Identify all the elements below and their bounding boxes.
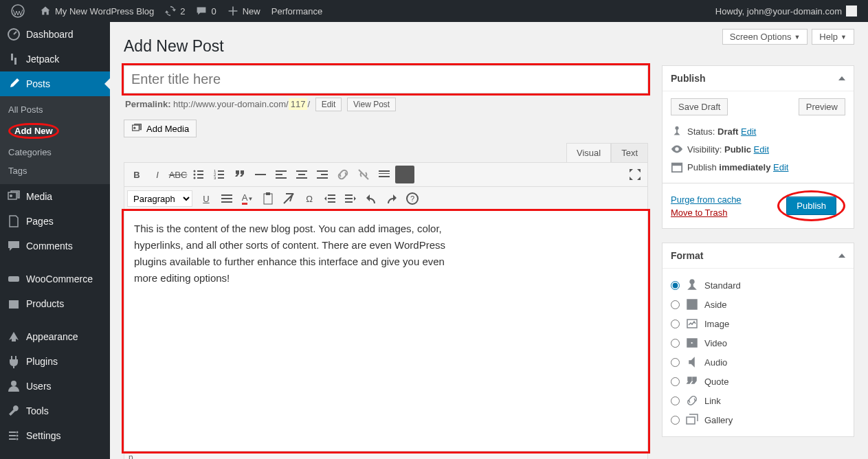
unlink-icon[interactable] [354,166,373,183]
format-option-video[interactable]: Video [671,333,845,352]
format-option-standard[interactable]: Standard [671,276,845,295]
fullscreen-icon[interactable] [625,166,645,183]
publish-button[interactable]: Publish [786,197,836,215]
align-center-icon[interactable] [292,166,311,183]
content-editor[interactable]: This is the content of the new blog post… [124,211,648,451]
menu-posts[interactable]: Posts [0,71,110,96]
justify-icon[interactable] [217,190,236,208]
menu-tools[interactable]: Tools [0,399,110,423]
menu-plugins[interactable]: Plugins [0,349,110,374]
svg-rect-29 [298,174,305,175]
tab-text[interactable]: Text [611,143,648,162]
format-radio[interactable] [671,339,680,348]
help-button[interactable]: Help ▼ [812,29,854,45]
bullet-list-icon[interactable] [189,166,208,183]
blockquote-icon[interactable] [230,166,249,183]
menu-products[interactable]: Products [0,291,110,316]
underline-icon[interactable]: U [197,190,216,208]
publish-metabox: Publish Save Draft Preview Status: Draft… [662,65,854,229]
add-media-button[interactable]: Add Media [124,120,197,137]
format-radio[interactable] [671,416,680,425]
indent-icon[interactable] [341,190,360,208]
bold-icon[interactable]: B [127,166,146,183]
user-greeting[interactable]: Howdy, john@your-domain.com [710,0,863,22]
svg-point-16 [194,177,196,179]
link-icon[interactable] [333,166,353,183]
align-right-icon[interactable] [313,166,332,183]
avatar [846,5,857,16]
menu-settings[interactable]: Settings [0,423,110,448]
calendar-icon [671,161,683,173]
undo-icon[interactable] [361,190,381,208]
keyboard-help-icon[interactable]: ? [403,190,422,208]
edit-status-link[interactable]: Edit [741,126,756,137]
clear-formatting-icon[interactable] [279,190,298,208]
updates-link[interactable]: 2 [159,0,190,22]
tab-visual[interactable]: Visual [566,143,611,162]
hr-icon[interactable] [251,166,270,183]
move-to-trash-link[interactable]: Move to Trash [671,208,727,218]
view-post-button[interactable]: View Post [347,98,396,111]
strike-icon[interactable]: ABC [168,166,188,183]
post-title-input[interactable] [124,65,648,93]
format-option-quote[interactable]: Quote [671,372,845,391]
format-option-link[interactable]: Link [671,391,845,410]
toolbar-toggle-icon[interactable] [395,166,414,183]
menu-pages[interactable]: Pages [0,209,110,234]
outdent-icon[interactable] [320,190,340,208]
save-draft-button[interactable]: Save Draft [671,98,728,115]
svg-rect-5 [8,276,19,282]
menu-media[interactable]: Media [0,184,110,209]
svg-point-14 [194,174,196,176]
align-left-icon[interactable] [271,166,291,183]
paragraph-select[interactable]: Paragraph [127,190,192,207]
svg-rect-17 [197,177,203,179]
submenu-all-posts[interactable]: All Posts [0,100,110,119]
svg-rect-53 [345,201,353,203]
site-name[interactable]: My New WordPress Blog [34,0,159,22]
menu-dashboard[interactable]: Dashboard [0,22,110,47]
menu-appearance[interactable]: Appearance [0,324,110,349]
format-radio[interactable] [671,396,680,405]
screen-options-button[interactable]: Screen Options ▼ [722,29,808,45]
menu-comments[interactable]: Comments [0,234,110,258]
format-label: Link [704,396,721,406]
permalink-edit-button[interactable]: Edit [315,98,342,111]
comments-link[interactable]: 0 [190,0,221,22]
edit-visibility-link[interactable]: Edit [754,144,769,155]
performance-link[interactable]: Performance [266,0,328,22]
svg-point-12 [194,170,196,172]
preview-button[interactable]: Preview [799,98,845,115]
format-radio[interactable] [671,320,680,328]
submenu-tags[interactable]: Tags [0,161,110,180]
menu-users[interactable]: Users [0,374,110,399]
format-option-aside[interactable]: Aside [671,295,845,314]
submenu-categories[interactable]: Categories [0,143,110,161]
format-option-gallery[interactable]: Gallery [671,410,845,429]
format-option-image[interactable]: Image [671,314,845,333]
numbered-list-icon[interactable]: 123 [210,166,229,183]
redo-icon[interactable] [382,190,401,208]
paste-text-icon[interactable] [258,190,278,208]
special-char-icon[interactable]: Ω [300,190,319,208]
edit-schedule-link[interactable]: Edit [773,162,788,172]
menu-woocommerce[interactable]: WooCommerce [0,267,110,291]
more-icon[interactable] [375,166,394,183]
format-option-audio[interactable]: Audio [671,352,845,372]
svg-rect-15 [197,174,203,175]
text-color-icon[interactable]: A ▼ [238,190,257,208]
purge-cache-link[interactable]: Purge from cache [671,194,742,205]
format-radio[interactable] [671,377,680,386]
wp-logo[interactable] [5,0,34,22]
format-radio[interactable] [671,358,680,367]
svg-rect-30 [296,177,307,179]
format-radio[interactable] [671,281,680,290]
format-radio[interactable] [671,300,680,309]
publish-heading[interactable]: Publish [663,66,854,91]
menu-jetpack[interactable]: Jetpack [0,47,110,71]
submenu-add-new[interactable]: Add New [0,119,110,143]
format-heading[interactable]: Format [663,243,854,269]
svg-rect-6 [9,300,19,309]
italic-icon[interactable]: I [148,166,167,183]
new-button[interactable]: New [222,0,266,22]
